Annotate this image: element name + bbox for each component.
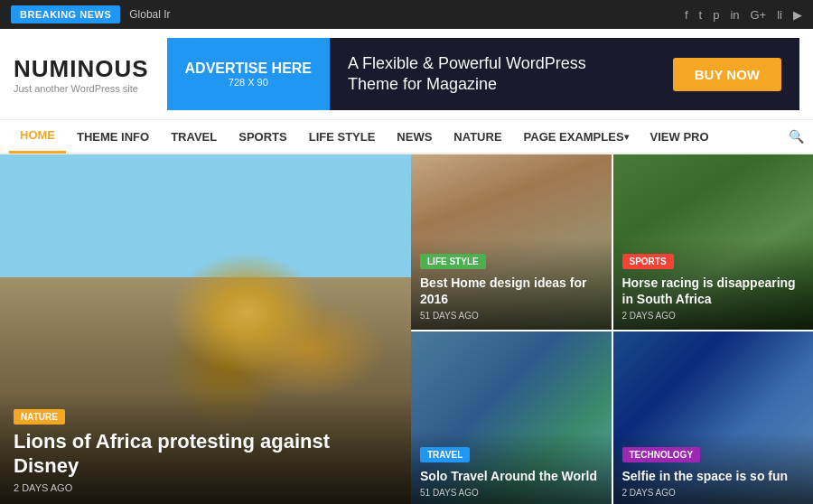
nav-page-examples[interactable]: PAGE EXAMPLES <box>513 119 640 154</box>
grid-date-3: 51 DAYS AGO <box>420 488 603 498</box>
googleplus-icon[interactable]: G+ <box>751 8 767 22</box>
top-bar-left: BREAKING NEWS Global Ir <box>11 5 171 23</box>
right-grid: LIFE STYLE Best Home design ideas for 20… <box>411 154 813 504</box>
nav-news[interactable]: NEWS <box>386 119 443 154</box>
featured-title: Lions of Africa protesting against Disne… <box>14 430 397 478</box>
header: NUMINOUS Just another WordPress site ADV… <box>0 29 813 120</box>
ad-left-sub: 728 X 90 <box>185 77 312 88</box>
grid-tag-4: TECHNOLOGY <box>622 447 701 462</box>
featured-tag: NATURE <box>14 409 65 425</box>
grid-item-4[interactable]: TECHNOLOGY Selfie in the space is so fun… <box>613 331 814 504</box>
grid-tag-3: TRAVEL <box>420 447 470 462</box>
featured-overlay: NATURE Lions of Africa protesting agains… <box>0 389 411 504</box>
nav-view-pro[interactable]: VIEW PRO <box>640 119 720 154</box>
grid-tag-1: LIFE STYLE <box>420 254 486 269</box>
navigation: HOME THEME INFO TRAVEL SPORTS LIFE STYLE… <box>0 120 813 154</box>
logo-area: NUMINOUS Just another WordPress site <box>14 55 149 94</box>
nav-theme-info[interactable]: THEME INFO <box>66 119 160 154</box>
logo-subtitle: Just another WordPress site <box>14 83 149 94</box>
grid-date-2: 2 DAYS AGO <box>622 311 805 321</box>
logo-title: NUMINOUS <box>14 55 149 83</box>
ad-middle: A Flexible & Powerful WordPress Theme fo… <box>330 38 655 110</box>
grid-overlay-2: SPORTS Horse racing is disappearing in S… <box>613 238 814 330</box>
ad-right: BUY NOW <box>655 38 799 110</box>
grid-item-2[interactable]: SPORTS Horse racing is disappearing in S… <box>613 154 814 330</box>
nav-sports[interactable]: SPORTS <box>228 119 297 154</box>
buy-now-button[interactable]: BUY NOW <box>673 58 781 91</box>
grid-title-1: Best Home design ideas for 2016 <box>420 275 603 307</box>
social-icons: f t p in G+ li ▶ <box>685 8 802 22</box>
grid-tag-2: SPORTS <box>622 254 674 269</box>
nav-lifestyle[interactable]: LIFE STYLE <box>298 119 387 154</box>
twitter-icon[interactable]: t <box>699 8 703 22</box>
ad-middle-text: A Flexible & Powerful WordPress Theme fo… <box>348 53 637 96</box>
list-icon[interactable]: li <box>777 8 782 22</box>
grid-overlay-3: TRAVEL Solo Travel Around the World 51 D… <box>411 432 612 504</box>
top-bar: BREAKING NEWS Global Ir f t p in G+ li ▶ <box>0 0 813 29</box>
youtube-icon[interactable]: ▶ <box>793 8 802 22</box>
global-text: Global Ir <box>129 8 170 21</box>
nav-travel[interactable]: TRAVEL <box>160 119 228 154</box>
grid-date-4: 2 DAYS AGO <box>622 488 805 498</box>
featured-date: 2 DAYS AGO <box>14 482 397 493</box>
grid-overlay-4: TECHNOLOGY Selfie in the space is so fun… <box>613 432 814 504</box>
grid-title-3: Solo Travel Around the World <box>420 468 603 484</box>
search-icon[interactable]: 🔍 <box>789 129 804 144</box>
linkedin-icon[interactable]: in <box>730 8 739 22</box>
ad-left-title: ADVERTISE HERE <box>185 61 312 77</box>
facebook-icon[interactable]: f <box>685 8 688 22</box>
nav-nature[interactable]: NATURE <box>443 119 512 154</box>
grid-title-4: Selfie in the space is so fun <box>622 468 805 484</box>
featured-large[interactable]: NATURE Lions of Africa protesting agains… <box>0 154 411 504</box>
grid-overlay-1: LIFE STYLE Best Home design ideas for 20… <box>411 238 612 330</box>
grid-item-3[interactable]: TRAVEL Solo Travel Around the World 51 D… <box>411 331 612 504</box>
breaking-news-button[interactable]: BREAKING NEWS <box>11 5 120 23</box>
nav-home[interactable]: HOME <box>9 119 66 154</box>
grid-date-1: 51 DAYS AGO <box>420 311 603 321</box>
ad-left: ADVERTISE HERE 728 X 90 <box>167 38 330 110</box>
ad-banner: ADVERTISE HERE 728 X 90 A Flexible & Pow… <box>167 38 799 110</box>
pinterest-icon[interactable]: p <box>713 8 719 22</box>
grid-title-2: Horse racing is disappearing in South Af… <box>622 275 805 307</box>
grid-item-1[interactable]: LIFE STYLE Best Home design ideas for 20… <box>411 154 612 330</box>
main-grid: NATURE Lions of Africa protesting agains… <box>0 154 813 504</box>
